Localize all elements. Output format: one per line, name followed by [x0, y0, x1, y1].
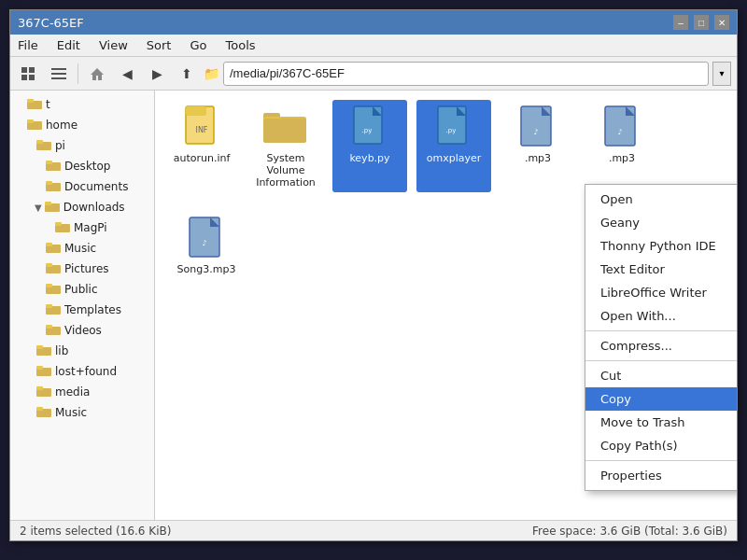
svg-rect-41	[186, 106, 206, 116]
file-item-mp3-2[interactable]: ♪ .mp3	[585, 100, 659, 192]
menu-view[interactable]: View	[95, 36, 132, 54]
svg-rect-29	[46, 304, 52, 308]
address-dropdown-button[interactable]: ▾	[712, 62, 731, 86]
minimize-button[interactable]: –	[673, 15, 688, 30]
address-bar-container: 📁 ▾	[204, 62, 731, 86]
file-area[interactable]: INF autorun.inf Syst	[155, 91, 737, 520]
grid-icon	[21, 67, 36, 80]
folder-icon	[46, 179, 61, 194]
file-icon-autorun: INF	[179, 104, 224, 148]
context-menu-item-thonny-python-ide[interactable]: Thonny Python IDE	[585, 234, 737, 258]
sidebar-item-label: MagPi	[74, 221, 107, 234]
folder-icon	[46, 323, 61, 338]
context-menu-item-copy[interactable]: Copy	[585, 387, 737, 411]
svg-rect-39	[36, 407, 43, 411]
context-menu-separator	[585, 360, 737, 361]
home-button[interactable]	[84, 61, 110, 87]
sidebar-item-templates[interactable]: Templates	[10, 300, 154, 320]
mp3-file-icon-song3: ♪	[188, 216, 225, 259]
svg-rect-27	[46, 284, 52, 287]
context-menu-item-cut[interactable]: Cut	[585, 364, 737, 387]
svg-rect-35	[36, 366, 43, 370]
svg-text:.py: .py	[362, 127, 373, 134]
file-item-keybpy[interactable]: .py keyb.py	[332, 100, 407, 192]
window-title: 367C-65EF	[18, 16, 84, 30]
svg-text:♪: ♪	[617, 128, 622, 136]
sidebar-item-media[interactable]: media	[10, 382, 154, 402]
context-menu-item-properties[interactable]: Properties	[585, 464, 737, 487]
context-menu-item-open[interactable]: Open	[585, 188, 737, 211]
sidebar-item-magpi[interactable]: MagPi	[10, 217, 154, 238]
file-item-song3[interactable]: ♪ Song3.mp3	[169, 211, 244, 279]
sidebar-item-lib[interactable]: lib	[10, 341, 154, 361]
menu-go[interactable]: Go	[186, 36, 210, 54]
menu-edit[interactable]: Edit	[53, 36, 84, 54]
context-menu-item-libreoffice-writer[interactable]: LibreOffice Writer	[585, 281, 737, 304]
address-bar[interactable]	[223, 62, 709, 86]
context-menu-item-move-to-trash[interactable]: Move to Trash	[585, 411, 737, 434]
sidebar-item-pi[interactable]: pi	[10, 135, 154, 156]
svg-rect-21	[55, 222, 62, 226]
folder-icon	[36, 385, 51, 399]
menu-sort[interactable]: Sort	[143, 36, 176, 54]
svg-rect-15	[46, 161, 52, 164]
context-menu-item-text-editor[interactable]: Text Editor	[585, 258, 737, 281]
menu-tools[interactable]: Tools	[222, 36, 260, 54]
file-item-omxplayer[interactable]: .py omxplayer	[416, 100, 491, 192]
sidebar-item-public[interactable]: Public	[10, 279, 154, 300]
sidebar-item-label: Videos	[64, 324, 102, 337]
sidebar-item-t[interactable]: t	[10, 94, 154, 115]
sidebar-item-label: t	[46, 98, 50, 111]
sidebar-item-downloads[interactable]: ▼ Downloads	[10, 197, 154, 217]
separator-1	[78, 63, 78, 84]
folder-icon	[46, 261, 61, 276]
close-button[interactable]: ✕	[714, 15, 729, 30]
maximize-button[interactable]: □	[694, 15, 709, 30]
svg-rect-6	[51, 77, 66, 79]
context-menu-item-compress---[interactable]: Compress...	[585, 334, 737, 357]
back-button[interactable]: ◀	[114, 61, 140, 87]
sidebar-item-label: pi	[55, 139, 65, 152]
sidebar-item-label: Public	[64, 283, 98, 296]
folder-icon	[36, 364, 51, 379]
svg-rect-17	[46, 181, 52, 185]
mp3-file-icon-1: ♪	[519, 105, 557, 147]
sidebar-item-label: Desktop	[64, 160, 111, 173]
file-icon-keybpy: .py	[347, 104, 392, 148]
file-label-mp3-1: .mp3	[525, 152, 551, 164]
context-menu-item-copy-path-s-[interactable]: Copy Path(s)	[585, 434, 737, 457]
file-label-mp3-2: .mp3	[609, 152, 635, 164]
file-item-sysvolinfo[interactable]: System Volume Information	[248, 100, 323, 192]
menubar: File Edit View Sort Go Tools	[10, 35, 737, 57]
context-menu-item-geany[interactable]: Geany	[585, 211, 737, 234]
sidebar-item-lostfound[interactable]: lost+found	[10, 361, 154, 382]
folder-icon	[27, 118, 42, 133]
icon-view-button[interactable]	[16, 61, 42, 87]
file-manager-window: 367C-65EF – □ ✕ File Edit View Sort Go T…	[9, 9, 738, 541]
sidebar-item-desktop[interactable]: Desktop	[10, 156, 154, 176]
svg-text:INF: INF	[196, 126, 208, 134]
sidebar-item-label: lost+found	[55, 365, 117, 378]
svg-text:♪: ♪	[202, 239, 206, 247]
svg-rect-23	[46, 243, 52, 246]
file-item-autorun[interactable]: INF autorun.inf	[164, 100, 239, 192]
sidebar-item-music[interactable]: Music	[10, 402, 154, 423]
sidebar-item-home[interactable]: home	[10, 115, 154, 135]
sidebar-item-label: Documents	[64, 180, 128, 193]
folder-icon	[45, 200, 60, 215]
list-view-button[interactable]	[46, 61, 72, 87]
forward-button[interactable]: ▶	[144, 61, 170, 87]
py-file-icon-omx: .py	[436, 105, 472, 147]
svg-text:.py: .py	[446, 127, 457, 134]
svg-rect-9	[27, 99, 34, 103]
sidebar-item-videos[interactable]: Videos	[10, 320, 154, 341]
up-button[interactable]: ⬆	[174, 61, 200, 87]
inf-file-icon: INF	[184, 105, 219, 147]
file-item-mp3-1[interactable]: ♪ .mp3	[500, 100, 575, 192]
sidebar-item-documents[interactable]: Documents	[10, 176, 154, 197]
sidebar-item-music[interactable]: Music	[10, 238, 154, 259]
context-menu-item-open-with---[interactable]: Open With...	[585, 304, 737, 328]
menu-file[interactable]: File	[14, 36, 42, 54]
folder-icon	[36, 343, 51, 358]
sidebar-item-pictures[interactable]: Pictures	[10, 259, 154, 279]
